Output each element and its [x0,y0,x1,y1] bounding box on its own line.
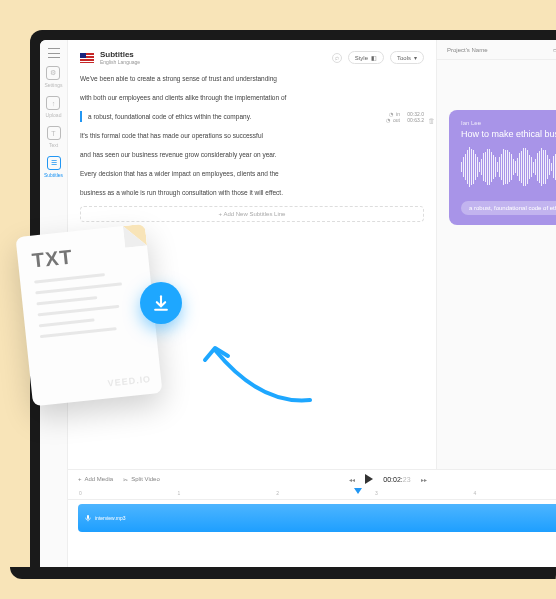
palette-icon: ◧ [371,54,377,61]
chevron-down-icon: ▾ [414,54,417,61]
sidebar-item-settings[interactable]: ⚙ Settings [44,66,62,88]
sidebar-item-label: Subtitles [44,172,63,178]
track-name: interview.mp3 [95,515,126,521]
timeline-controls: + Add Media ✂ Split Video ◂◂ 00:02:23 ▸▸ [68,470,556,488]
trash-icon[interactable]: 🗑 [428,117,436,125]
download-button[interactable] [140,282,182,324]
rewind-icon[interactable]: ◂◂ [349,476,355,483]
preview-author: Ian Lee [461,120,556,126]
audio-track[interactable]: interview.mp3 [78,504,556,532]
timecode-block: ◔in 00:32.0 ◔out 00:63.2 [386,111,424,123]
search-icon[interactable]: ⌕ [332,53,342,63]
txt-file-card: TXT VEED.IO [15,224,162,407]
upload-icon: ↑ [46,96,60,110]
menu-icon[interactable] [48,48,60,58]
subtitle-line[interactable]: with both our employees and clients alik… [80,92,424,103]
subtitle-line[interactable]: business as a whole is run through consu… [80,187,424,198]
subtitle-line-selected[interactable]: a robust, foundational code of ethics wi… [80,111,424,122]
clock-icon: ◔ [386,117,390,123]
project-name[interactable]: Project's Name [447,47,488,53]
subtitles-icon: ☰ [47,156,61,170]
video-preview: Ian Lee How to make ethical business dec… [449,110,556,225]
style-button[interactable]: Style◧ [348,51,384,64]
split-video-button[interactable]: ✂ Split Video [123,476,160,483]
forward-icon[interactable]: ▸▸ [421,476,427,483]
preview-caption: a robust, foundational code of ethics wi… [461,201,556,215]
title-block[interactable]: Subtitles English Language [100,50,326,65]
playhead-marker[interactable] [358,488,362,494]
timeline-ruler[interactable]: 012345 [68,488,556,500]
text-icon: T [47,126,61,140]
sidebar-item-label: Settings [44,82,62,88]
sidebar-item-text[interactable]: T Text [47,126,61,148]
laptop-base [10,567,556,579]
sidebar-item-upload[interactable]: ↑ Upload [46,96,62,118]
tools-button[interactable]: Tools▾ [390,51,424,64]
subtitle-line[interactable]: Every decision that has a wider impact o… [80,168,424,179]
subtitle-line[interactable]: We've been able to create a strong sense… [80,73,424,84]
svg-rect-0 [87,515,89,519]
file-ext-label: TXT [31,239,135,273]
sidebar-item-label: Text [49,142,58,148]
fold-corner-icon [123,224,147,248]
timeline: + Add Media ✂ Split Video ◂◂ 00:02:23 ▸▸… [68,469,556,569]
sidebar-item-label: Upload [46,112,62,118]
sidebar-item-subtitles[interactable]: ☰ Subtitles [44,156,63,178]
tc-out[interactable]: 00:63.2 [407,117,424,123]
panel-subtitle: English Language [100,59,326,65]
playhead-time: 00:02:23 [383,476,410,483]
preview-title: How to make ethical business deci [461,129,556,139]
add-media-button[interactable]: + Add Media [78,476,113,482]
flag-us-icon [80,53,94,63]
waveform-icon [461,147,556,187]
gear-icon: ⚙ [46,66,60,80]
play-button[interactable] [365,474,373,484]
panel-title: Subtitles [100,50,326,59]
preview-header: Project's Name ▭ YouTube Full HD [437,40,556,60]
add-subtitle-button[interactable]: + Add New Subtitles Line [80,206,424,222]
subtitle-lines: We've been able to create a strong sense… [80,73,424,198]
download-icon [151,293,171,313]
preview-pane: Project's Name ▭ YouTube Full HD Ian Lee… [436,40,556,469]
editor-header: Subtitles English Language ⌕ Style◧ Tool… [80,50,424,65]
subtitle-line[interactable]: It's this formal code that has made our … [80,130,424,141]
watermark: VEED.IO [107,374,151,388]
subtitle-line[interactable]: and has seen our business revenue grow c… [80,149,424,160]
mic-icon [84,514,92,522]
subtitle-text: a robust, foundational code of ethics wi… [88,113,251,120]
